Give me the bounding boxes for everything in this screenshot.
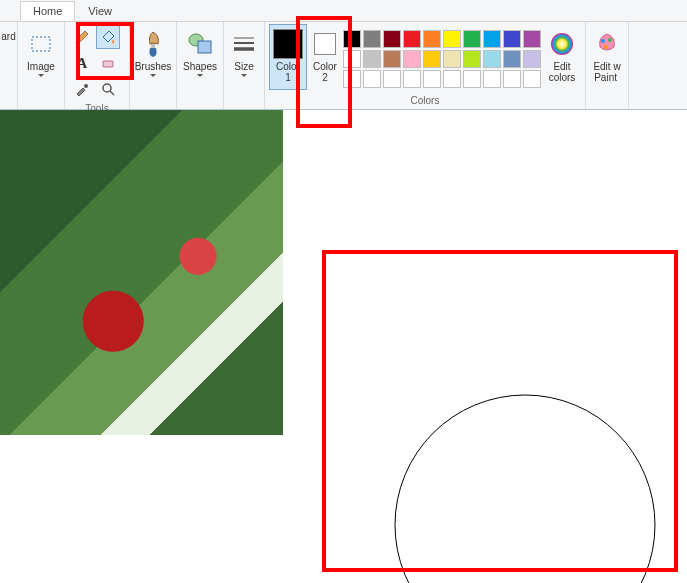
color1-swatch bbox=[273, 29, 303, 59]
paint3d-icon bbox=[592, 29, 622, 59]
palette-color[interactable] bbox=[443, 50, 461, 68]
group-brushes: Brushes bbox=[130, 22, 177, 109]
group-clipboard: ard bbox=[0, 22, 18, 109]
palette-color[interactable] bbox=[503, 70, 521, 88]
size-button[interactable]: Size bbox=[228, 24, 260, 90]
select-icon bbox=[26, 29, 56, 59]
palette-color[interactable] bbox=[363, 30, 381, 48]
palette-color[interactable] bbox=[403, 30, 421, 48]
palette-color[interactable] bbox=[443, 30, 461, 48]
select-button[interactable]: Image bbox=[22, 24, 60, 90]
color1-button[interactable]: Color 1 bbox=[269, 24, 307, 90]
palette-color[interactable] bbox=[343, 50, 361, 68]
palette-color[interactable] bbox=[383, 50, 401, 68]
palette-color[interactable] bbox=[463, 70, 481, 88]
svg-point-13 bbox=[608, 38, 612, 42]
palette-color[interactable] bbox=[463, 50, 481, 68]
color2-swatch bbox=[314, 33, 336, 55]
palette-color[interactable] bbox=[503, 50, 521, 68]
text-tool[interactable]: A bbox=[70, 51, 94, 75]
svg-rect-7 bbox=[198, 41, 211, 53]
clipboard-button[interactable]: ard bbox=[2, 24, 16, 90]
chevron-down-icon bbox=[150, 74, 156, 77]
palette-color[interactable] bbox=[443, 70, 461, 88]
palette-color[interactable] bbox=[343, 70, 361, 88]
palette-color[interactable] bbox=[463, 30, 481, 48]
ribbon-tabs: Home View bbox=[0, 0, 687, 22]
svg-line-4 bbox=[110, 91, 114, 95]
group-paint3d: Edit w Paint bbox=[586, 22, 629, 109]
group-colors: Color 1 Color 2 Edit colors Colors bbox=[265, 22, 586, 109]
color-picker-tool[interactable] bbox=[70, 77, 94, 101]
edit-colors-icon bbox=[547, 29, 577, 59]
svg-rect-1 bbox=[103, 61, 113, 67]
drawn-circle[interactable] bbox=[390, 390, 660, 583]
palette-color[interactable] bbox=[383, 70, 401, 88]
pencil-tool[interactable] bbox=[70, 25, 94, 49]
palette-color[interactable] bbox=[523, 70, 541, 88]
svg-point-2 bbox=[84, 84, 88, 88]
text-icon: A bbox=[77, 55, 88, 72]
svg-point-3 bbox=[103, 84, 111, 92]
palette-color[interactable] bbox=[343, 30, 361, 48]
canvas-area[interactable] bbox=[0, 110, 687, 583]
svg-point-11 bbox=[551, 33, 573, 55]
palette-color[interactable] bbox=[503, 30, 521, 48]
chevron-down-icon bbox=[197, 74, 203, 77]
palette-color[interactable] bbox=[483, 30, 501, 48]
size-icon bbox=[229, 29, 259, 59]
svg-point-14 bbox=[604, 45, 608, 49]
palette-color[interactable] bbox=[403, 50, 421, 68]
palette-color[interactable] bbox=[523, 50, 541, 68]
group-image: Image bbox=[18, 22, 65, 109]
edit-colors-button[interactable]: Edit colors bbox=[543, 24, 581, 90]
palette-color[interactable] bbox=[523, 30, 541, 48]
palette-color[interactable] bbox=[423, 70, 441, 88]
tab-view[interactable]: View bbox=[75, 1, 125, 21]
group-size: Size bbox=[224, 22, 265, 109]
palette-color[interactable] bbox=[403, 70, 421, 88]
pasted-image[interactable] bbox=[0, 110, 283, 435]
tab-home[interactable]: Home bbox=[20, 1, 75, 21]
palette-color[interactable] bbox=[423, 50, 441, 68]
color-palette bbox=[343, 24, 541, 88]
color2-button[interactable]: Color 2 bbox=[309, 24, 341, 90]
group-shapes: Shapes bbox=[177, 22, 224, 109]
eraser-tool[interactable] bbox=[96, 51, 120, 75]
brushes-button[interactable]: Brushes bbox=[134, 24, 172, 90]
palette-color[interactable] bbox=[483, 70, 501, 88]
palette-color[interactable] bbox=[363, 50, 381, 68]
svg-point-12 bbox=[601, 39, 605, 43]
palette-color[interactable] bbox=[383, 30, 401, 48]
magnifier-tool[interactable] bbox=[96, 77, 120, 101]
palette-color[interactable] bbox=[423, 30, 441, 48]
svg-point-15 bbox=[395, 395, 655, 583]
palette-color[interactable] bbox=[363, 70, 381, 88]
chevron-down-icon bbox=[38, 74, 44, 77]
palette-color[interactable] bbox=[483, 50, 501, 68]
fill-tool[interactable] bbox=[96, 25, 120, 49]
brush-icon bbox=[138, 29, 168, 59]
shapes-button[interactable]: Shapes bbox=[181, 24, 219, 90]
svg-rect-5 bbox=[151, 44, 155, 48]
svg-rect-0 bbox=[32, 37, 50, 51]
chevron-down-icon bbox=[241, 74, 247, 77]
group-tools: A Tools bbox=[65, 22, 130, 109]
colors-group-label: Colors bbox=[269, 94, 581, 109]
paint3d-button[interactable]: Edit w Paint bbox=[590, 24, 624, 90]
shapes-icon bbox=[185, 29, 215, 59]
ribbon: ard Image bbox=[0, 22, 687, 110]
